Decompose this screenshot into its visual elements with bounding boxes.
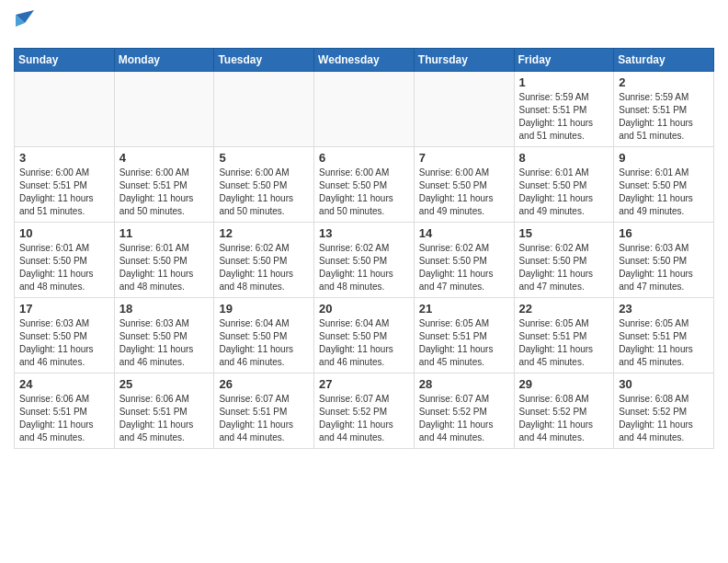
weekday-friday: Friday: [514, 48, 614, 71]
day-info: Sunrise: 6:07 AM Sunset: 5:52 PM Dayligh…: [319, 393, 409, 444]
day-info: Sunrise: 6:06 AM Sunset: 5:51 PM Dayligh…: [119, 393, 210, 444]
calendar-cell: 28Sunrise: 6:07 AM Sunset: 5:52 PM Dayli…: [414, 373, 514, 448]
day-number: 19: [219, 302, 309, 316]
weekday-thursday: Thursday: [414, 48, 514, 71]
calendar-cell: 14Sunrise: 6:02 AM Sunset: 5:50 PM Dayli…: [414, 222, 514, 297]
day-number: 5: [219, 151, 309, 165]
day-number: 7: [419, 151, 509, 165]
calendar-cell: 1Sunrise: 5:59 AM Sunset: 5:51 PM Daylig…: [514, 71, 614, 146]
day-info: Sunrise: 6:06 AM Sunset: 5:51 PM Dayligh…: [19, 393, 109, 444]
day-info: Sunrise: 6:05 AM Sunset: 5:51 PM Dayligh…: [619, 317, 709, 369]
day-number: 2: [619, 75, 709, 89]
header: [14, 9, 714, 40]
week-row-3: 10Sunrise: 6:01 AM Sunset: 5:50 PM Dayli…: [15, 222, 714, 297]
day-info: Sunrise: 6:08 AM Sunset: 5:52 PM Dayligh…: [519, 393, 609, 444]
calendar-cell: 21Sunrise: 6:05 AM Sunset: 5:51 PM Dayli…: [414, 297, 514, 373]
calendar-cell: [314, 71, 415, 146]
day-number: 9: [619, 151, 709, 165]
calendar-cell: 20Sunrise: 6:04 AM Sunset: 5:50 PM Dayli…: [314, 297, 415, 373]
calendar-cell: [15, 71, 115, 146]
calendar-cell: 18Sunrise: 6:03 AM Sunset: 5:50 PM Dayli…: [114, 297, 214, 373]
week-row-4: 17Sunrise: 6:03 AM Sunset: 5:50 PM Dayli…: [15, 297, 714, 373]
day-number: 29: [519, 377, 609, 391]
day-number: 11: [119, 226, 210, 240]
day-info: Sunrise: 6:07 AM Sunset: 5:51 PM Dayligh…: [219, 393, 309, 444]
calendar-cell: 9Sunrise: 6:01 AM Sunset: 5:50 PM Daylig…: [614, 146, 714, 222]
calendar-cell: 25Sunrise: 6:06 AM Sunset: 5:51 PM Dayli…: [114, 373, 214, 448]
calendar-cell: [214, 71, 314, 146]
calendar-cell: 27Sunrise: 6:07 AM Sunset: 5:52 PM Dayli…: [314, 373, 415, 448]
weekday-tuesday: Tuesday: [214, 48, 314, 71]
calendar-cell: 8Sunrise: 6:01 AM Sunset: 5:50 PM Daylig…: [514, 146, 614, 222]
calendar-cell: 7Sunrise: 6:00 AM Sunset: 5:50 PM Daylig…: [414, 146, 514, 222]
weekday-header-row: SundayMondayTuesdayWednesdayThursdayFrid…: [15, 48, 714, 71]
calendar-table: SundayMondayTuesdayWednesdayThursdayFrid…: [14, 48, 714, 449]
day-number: 24: [19, 377, 109, 391]
day-number: 27: [319, 377, 409, 391]
day-number: 12: [219, 226, 309, 240]
weekday-saturday: Saturday: [614, 48, 714, 71]
day-info: Sunrise: 6:02 AM Sunset: 5:50 PM Dayligh…: [319, 242, 409, 293]
day-number: 8: [519, 151, 609, 165]
logo-text: [14, 14, 34, 40]
day-info: Sunrise: 6:02 AM Sunset: 5:50 PM Dayligh…: [219, 242, 309, 293]
logo: [14, 14, 34, 40]
weekday-sunday: Sunday: [15, 48, 115, 71]
calendar-cell: 3Sunrise: 6:00 AM Sunset: 5:51 PM Daylig…: [15, 146, 115, 222]
day-number: 10: [19, 226, 109, 240]
day-info: Sunrise: 6:00 AM Sunset: 5:51 PM Dayligh…: [119, 167, 210, 218]
day-number: 23: [619, 302, 709, 316]
day-number: 30: [619, 377, 709, 391]
day-info: Sunrise: 6:03 AM Sunset: 5:50 PM Dayligh…: [119, 317, 210, 369]
day-number: 1: [519, 75, 609, 89]
calendar-cell: 22Sunrise: 6:05 AM Sunset: 5:51 PM Dayli…: [514, 297, 614, 373]
calendar-cell: 4Sunrise: 6:00 AM Sunset: 5:51 PM Daylig…: [114, 146, 214, 222]
day-info: Sunrise: 5:59 AM Sunset: 5:51 PM Dayligh…: [519, 91, 609, 143]
day-number: 26: [219, 377, 309, 391]
day-number: 13: [319, 226, 409, 240]
day-info: Sunrise: 6:00 AM Sunset: 5:50 PM Dayligh…: [419, 167, 509, 218]
calendar-cell: 29Sunrise: 6:08 AM Sunset: 5:52 PM Dayli…: [514, 373, 614, 448]
day-info: Sunrise: 6:00 AM Sunset: 5:50 PM Dayligh…: [219, 167, 309, 218]
calendar-cell: [114, 71, 214, 146]
calendar-cell: 23Sunrise: 6:05 AM Sunset: 5:51 PM Dayli…: [614, 297, 714, 373]
day-info: Sunrise: 6:03 AM Sunset: 5:50 PM Dayligh…: [619, 242, 709, 293]
day-number: 22: [519, 302, 609, 316]
page: SundayMondayTuesdayWednesdayThursdayFrid…: [0, 0, 728, 463]
day-number: 3: [19, 151, 109, 165]
calendar-cell: 5Sunrise: 6:00 AM Sunset: 5:50 PM Daylig…: [214, 146, 314, 222]
calendar-cell: 16Sunrise: 6:03 AM Sunset: 5:50 PM Dayli…: [614, 222, 714, 297]
calendar-cell: 30Sunrise: 6:08 AM Sunset: 5:52 PM Dayli…: [614, 373, 714, 448]
day-info: Sunrise: 6:05 AM Sunset: 5:51 PM Dayligh…: [419, 317, 509, 369]
calendar-cell: 10Sunrise: 6:01 AM Sunset: 5:50 PM Dayli…: [15, 222, 115, 297]
day-info: Sunrise: 6:01 AM Sunset: 5:50 PM Dayligh…: [519, 167, 609, 218]
week-row-2: 3Sunrise: 6:00 AM Sunset: 5:51 PM Daylig…: [15, 146, 714, 222]
calendar-cell: 6Sunrise: 6:00 AM Sunset: 5:50 PM Daylig…: [314, 146, 415, 222]
day-number: 6: [319, 151, 409, 165]
day-number: 25: [119, 377, 210, 391]
day-info: Sunrise: 6:08 AM Sunset: 5:52 PM Dayligh…: [619, 393, 709, 444]
day-info: Sunrise: 6:01 AM Sunset: 5:50 PM Dayligh…: [119, 242, 210, 293]
day-number: 21: [419, 302, 509, 316]
weekday-monday: Monday: [114, 48, 214, 71]
day-info: Sunrise: 6:05 AM Sunset: 5:51 PM Dayligh…: [519, 317, 609, 369]
day-info: Sunrise: 6:01 AM Sunset: 5:50 PM Dayligh…: [619, 167, 709, 218]
calendar-cell: 24Sunrise: 6:06 AM Sunset: 5:51 PM Dayli…: [15, 373, 115, 448]
calendar-cell: 12Sunrise: 6:02 AM Sunset: 5:50 PM Dayli…: [214, 222, 314, 297]
day-number: 16: [619, 226, 709, 240]
day-info: Sunrise: 6:04 AM Sunset: 5:50 PM Dayligh…: [319, 317, 409, 369]
day-number: 20: [319, 302, 409, 316]
weekday-wednesday: Wednesday: [314, 48, 415, 71]
day-info: Sunrise: 6:04 AM Sunset: 5:50 PM Dayligh…: [219, 317, 309, 369]
day-info: Sunrise: 6:00 AM Sunset: 5:51 PM Dayligh…: [19, 167, 109, 218]
calendar-cell: 17Sunrise: 6:03 AM Sunset: 5:50 PM Dayli…: [15, 297, 115, 373]
calendar-cell: 2Sunrise: 5:59 AM Sunset: 5:51 PM Daylig…: [614, 71, 714, 146]
week-row-5: 24Sunrise: 6:06 AM Sunset: 5:51 PM Dayli…: [15, 373, 714, 448]
calendar-cell: 15Sunrise: 6:02 AM Sunset: 5:50 PM Dayli…: [514, 222, 614, 297]
day-info: Sunrise: 6:02 AM Sunset: 5:50 PM Dayligh…: [419, 242, 509, 293]
calendar-cell: 13Sunrise: 6:02 AM Sunset: 5:50 PM Dayli…: [314, 222, 415, 297]
day-number: 18: [119, 302, 210, 316]
day-info: Sunrise: 6:01 AM Sunset: 5:50 PM Dayligh…: [19, 242, 109, 293]
day-info: Sunrise: 5:59 AM Sunset: 5:51 PM Dayligh…: [619, 91, 709, 143]
day-number: 17: [19, 302, 109, 316]
